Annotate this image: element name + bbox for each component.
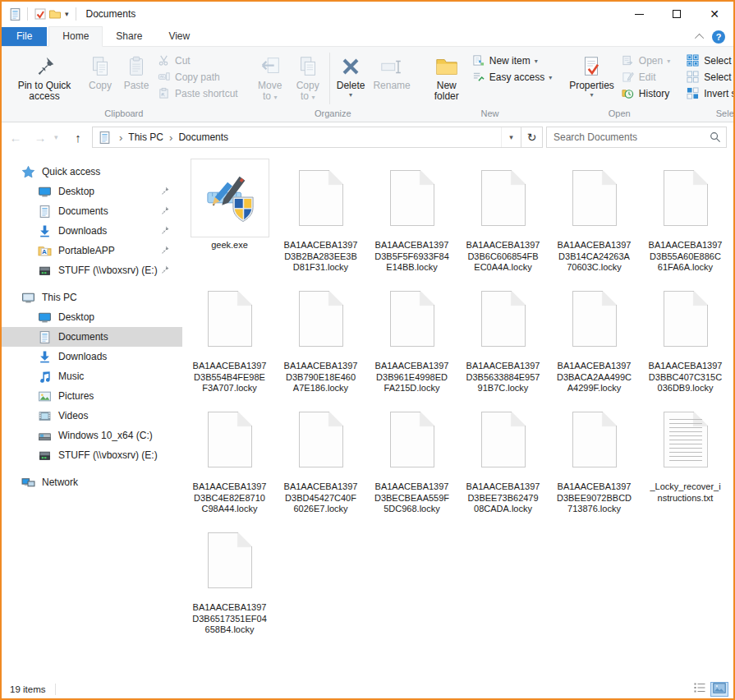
back-button[interactable]: ← [5,131,26,145]
sidebar-item-pictures[interactable]: Pictures [2,386,182,406]
ribbon: Pin to Quick access Copy Paste Cut [2,47,733,122]
minimize-button[interactable] [620,2,658,26]
file-tile[interactable]: BA1AACEBA1397D3B2BA283EE3BD81F31.locky [278,159,363,274]
rename-button: Rename [369,49,414,91]
file-tile[interactable]: BA1AACEBA1397D3B554B4FE98EF3A707.locky [187,279,272,394]
file-tile[interactable]: _Locky_recover_instructions.txt [643,400,728,515]
sidebar-item-desktop[interactable]: Desktop [2,307,182,327]
pin-to-quick-access-button[interactable]: Pin to Quick access [7,49,82,102]
large-icons-view-button[interactable] [710,682,728,697]
address-dropdown-caret-icon[interactable]: ▾ [501,127,521,147]
recent-locations-caret-icon[interactable]: ▾ [54,133,64,141]
sidebar-section-this-pc[interactable]: This PC [2,288,182,307]
sidebar-item-stuff-vboxsrv-e[interactable]: STUFF (\\vboxsrv) (E:) [2,260,182,280]
details-view-icon [693,682,706,697]
tab-file[interactable]: File [2,27,47,46]
file-name: _Locky_recover_instructions.txt [648,479,724,504]
new-folder-button[interactable]: New folder [425,49,469,102]
help-icon[interactable]: ? [712,30,725,44]
sidebar-item-documents[interactable]: Documents [2,201,182,221]
netdrive-icon [38,264,52,278]
new-item-button[interactable]: New item ▾ [472,53,552,69]
blank-document-icon [555,279,634,358]
file-tile[interactable]: BA1AACEBA1397D3BD45427C40F6026E7.locky [278,400,363,515]
tab-home[interactable]: Home [48,26,103,47]
desktop-icon [38,311,52,325]
copy-path-button: Copy path [158,69,238,85]
qat-properties-icon[interactable] [33,7,48,21]
sidebar-item-label: Downloads [58,225,107,237]
file-tile[interactable]: BA1AACEBA1397D3BEE73B6247908CADA.locky [461,400,545,515]
button-label: Select none [704,71,735,83]
qat-customize-caret-icon[interactable]: ▾ [65,10,69,18]
search-input[interactable] [554,131,710,143]
forward-button[interactable]: → [30,131,51,145]
sidebar-item-label: Quick access [42,166,100,177]
sidebar-item-label: Documents [58,331,108,343]
close-button[interactable]: ✕ [696,2,733,26]
move-to-icon [258,52,283,79]
address-bar[interactable]: › This PC › Documents ▾ ↻ [92,127,543,148]
sidebar-item-music[interactable]: Music [2,366,182,386]
select-none-button[interactable]: Select none [687,69,735,85]
file-tile[interactable]: BA1AACEBA1397D3B961E4998EDFA215D.locky [370,279,454,394]
file-tile[interactable]: BA1AACEBA1397D3BECBEAA559F5DC968.locky [370,400,454,515]
search-box[interactable] [546,127,727,148]
file-name: BA1AACEBA1397D3BEE9072BBCD713876.locky [557,479,632,515]
sidebar-item-stuff-vboxsrv-e[interactable]: STUFF (\\vboxsrv) (E:) [2,445,182,465]
file-name: BA1AACEBA1397D3BACA2AA499CA4299F.locky [557,358,632,394]
file-tile[interactable]: BA1AACEBA1397D3B55A60E886C61FA6A.locky [643,159,728,274]
application-icon [191,159,269,237]
file-name: BA1AACEBA1397D3BD45427C40F6026E7.locky [283,479,359,515]
svg-text:A: A [42,248,47,256]
sidebar-item-videos[interactable]: Videos [2,406,182,426]
properties-button[interactable]: Properties ▾ [565,49,618,99]
delete-button[interactable]: Delete ▾ [333,49,370,99]
ribbon-controls: ? [697,30,733,46]
breadcrumb-this-pc[interactable]: This PC [128,131,163,143]
file-tile[interactable]: BA1AACEBA1397D3BC4E82E8710C98A44.locky [187,400,272,515]
foldera-icon: A [38,244,52,258]
easy-access-button[interactable]: Easy access ▾ [472,69,552,85]
sidebar-item-portableapp[interactable]: APortableAPP [2,241,182,260]
breadcrumb-chevron-icon[interactable]: › [113,131,128,144]
refresh-icon[interactable]: ↻ [521,127,542,147]
sidebar-item-downloads[interactable]: Downloads [2,221,182,241]
file-tile[interactable]: BA1AACEBA1397D3B6C606854FBEC0A4A.locky [461,159,545,274]
collapse-ribbon-icon[interactable] [695,34,704,43]
file-tile[interactable]: BA1AACEBA1397D3B6517351EF04658B4.locky [187,521,272,636]
tab-share[interactable]: Share [103,27,155,46]
details-view-button[interactable] [691,682,709,697]
group-label-clipboard: Clipboard [2,108,246,122]
sidebar-item-windows-10-x64-c[interactable]: Windows 10_x64 (C:) [2,426,182,445]
sidebar-item-desktop[interactable]: Desktop [2,182,182,201]
search-icon[interactable] [710,131,721,143]
file-tile[interactable]: BA1AACEBA1397D3B790E18E460A7E186.locky [278,279,363,394]
easy-access-icon [472,71,485,84]
file-tile[interactable]: BA1AACEBA1397D3B5633884E95791B7C.locky [461,279,545,394]
scissors-icon [158,54,171,67]
up-button[interactable]: ↑ [67,131,89,145]
file-tile[interactable]: BA1AACEBA1397D3BBC407C315C036DB9.locky [643,279,728,394]
qat-new-folder-icon[interactable] [48,7,62,21]
sidebar-item-downloads[interactable]: Downloads [2,347,182,366]
breadcrumb-chevron-icon[interactable]: › [163,131,178,144]
separator [27,7,28,21]
file-tile[interactable]: BA1AACEBA1397D3B5F5F6933F84E14BB.locky [370,159,454,274]
file-tile[interactable]: BA1AACEBA1397D3BEE9072BBCD713876.locky [552,400,636,515]
file-tile[interactable]: BA1AACEBA1397D3BACA2AA499CA4299F.locky [552,279,636,394]
sidebar-section-quick-access[interactable]: Quick access [2,162,182,182]
music-icon [38,370,52,384]
ribbon-group-open: Properties ▾ Open ▾ Edit Histo [560,48,678,122]
file-tile[interactable]: BA1AACEBA1397D3B14CA24263A70603C.locky [552,159,636,274]
sidebar-section-network[interactable]: Network [2,472,182,492]
maximize-button[interactable] [658,2,696,26]
file-tile[interactable]: geek.exe [187,159,272,274]
tab-view[interactable]: View [155,27,203,46]
history-button[interactable]: History [622,85,670,102]
select-all-button[interactable]: Select all [687,53,735,69]
file-name: BA1AACEBA1397D3B6C606854FBEC0A4A.locky [466,237,541,274]
sidebar-item-documents[interactable]: Documents [2,327,182,347]
invert-selection-button[interactable]: Invert selection [687,85,735,102]
breadcrumb-documents[interactable]: Documents [178,131,228,143]
